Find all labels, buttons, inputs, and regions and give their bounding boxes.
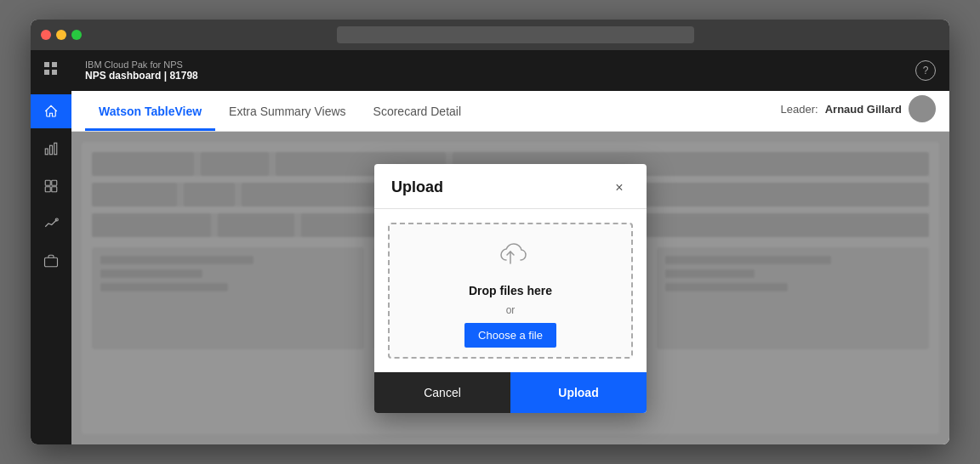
tab-extra-summary-views[interactable]: Extra Summary Views (215, 94, 359, 131)
briefcase-icon (43, 253, 59, 269)
dashboard-icon (43, 178, 59, 194)
app-title: IBM Cloud Pak for NPS NPS dashboard | 81… (85, 59, 198, 82)
leader-name: Arnaud Gillard (825, 103, 902, 116)
url-bar[interactable] (337, 26, 694, 43)
minimize-window-button[interactable] (56, 30, 66, 40)
help-button[interactable]: ? (915, 60, 936, 81)
apps-grid-icon (44, 62, 58, 76)
content-area: Upload × (71, 132, 949, 444)
leader-info: Leader: Arnaud Gillard (781, 95, 936, 122)
main-content: IBM Cloud Pak for NPS NPS dashboard | 81… (71, 50, 949, 444)
svg-rect-5 (45, 187, 50, 192)
maximize-window-button[interactable] (71, 30, 82, 40)
top-bar: IBM Cloud Pak for NPS NPS dashboard | 81… (71, 50, 949, 91)
traffic-lights (41, 30, 82, 40)
dashboard-title-label: NPS dashboard | 81798 (85, 70, 198, 82)
app-window: IBM Cloud Pak for NPS NPS dashboard | 81… (31, 20, 949, 444)
modal-header: Upload × (374, 164, 647, 209)
sidebar-nav (31, 94, 71, 278)
app-name-label: IBM Cloud Pak for NPS (85, 59, 198, 70)
modal-footer: Cancel Upload (374, 372, 647, 413)
drop-or-label: or (506, 304, 516, 316)
upload-button[interactable]: Upload (510, 372, 647, 413)
svg-rect-8 (45, 257, 58, 267)
modal-body: Drop files here or Choose a file (374, 209, 647, 372)
tab-watson-tableview[interactable]: Watson TableView (85, 94, 215, 131)
svg-rect-1 (50, 145, 53, 155)
svg-rect-3 (45, 180, 50, 185)
sidebar-item-analytics[interactable] (31, 207, 71, 240)
modal-title: Upload (391, 178, 443, 196)
sidebar (31, 50, 71, 444)
cancel-button[interactable]: Cancel (374, 372, 510, 413)
sidebar-item-home[interactable] (31, 94, 71, 128)
svg-rect-0 (45, 149, 48, 155)
leader-label: Leader: (781, 103, 818, 116)
sidebar-item-charts[interactable] (31, 132, 71, 166)
upload-modal: Upload × (374, 164, 647, 413)
drop-zone[interactable]: Drop files here or Choose a file (388, 223, 633, 359)
sidebar-item-workspace[interactable] (31, 244, 71, 278)
modal-overlay: Upload × (71, 132, 949, 444)
choose-file-button[interactable]: Choose a file (464, 323, 556, 348)
app-body: IBM Cloud Pak for NPS NPS dashboard | 81… (31, 50, 949, 444)
home-icon (43, 104, 59, 119)
sidebar-item-dashboard[interactable] (31, 169, 71, 203)
tab-scorecard-detail[interactable]: Scorecard Detail (360, 94, 476, 131)
svg-rect-4 (52, 180, 57, 185)
close-window-button[interactable] (41, 30, 51, 40)
analytics-icon (43, 216, 59, 231)
tabs-bar: Watson TableView Extra Summary Views Sco… (71, 91, 949, 132)
apps-menu-button[interactable] (39, 57, 63, 81)
svg-rect-2 (54, 143, 57, 155)
upload-cloud-icon (490, 233, 531, 277)
chart-bar-icon (43, 141, 59, 156)
modal-close-button[interactable]: × (609, 178, 630, 198)
svg-rect-6 (52, 187, 57, 192)
title-bar (31, 20, 949, 50)
drop-files-label: Drop files here (469, 284, 552, 297)
leader-avatar (909, 95, 936, 122)
